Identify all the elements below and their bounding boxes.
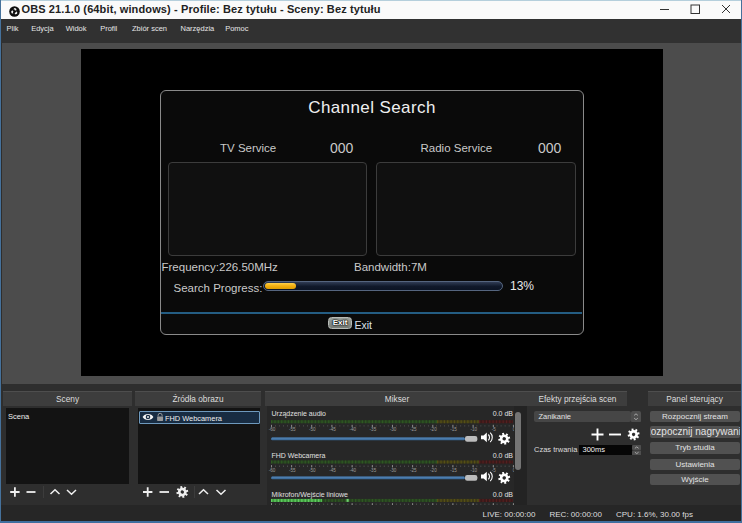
svg-text:-50: -50 xyxy=(309,468,316,473)
svg-text:-10: -10 xyxy=(470,468,477,473)
svg-text:-45: -45 xyxy=(329,428,336,433)
svg-text:-5: -5 xyxy=(492,468,497,473)
svg-text:-15: -15 xyxy=(450,428,457,433)
svg-text:FHD Webcamera: FHD Webcamera xyxy=(272,452,326,459)
svg-text:0.0 dB: 0.0 dB xyxy=(493,452,514,459)
svg-text:-20: -20 xyxy=(430,428,437,433)
svg-text:-30: -30 xyxy=(390,428,397,433)
svg-text:-40: -40 xyxy=(349,428,356,433)
svg-text:-45: -45 xyxy=(329,468,336,473)
svg-text:-20: -20 xyxy=(430,468,437,473)
svg-text:-60: -60 xyxy=(269,468,276,473)
svg-text:-35: -35 xyxy=(370,468,377,473)
svg-text:-55: -55 xyxy=(289,468,296,473)
svg-text:0.0 dB: 0.0 dB xyxy=(493,410,514,417)
svg-text:-40: -40 xyxy=(349,468,356,473)
svg-text:Mikrofon/Wejście liniowe: Mikrofon/Wejście liniowe xyxy=(272,491,349,499)
svg-text:-30: -30 xyxy=(390,468,397,473)
svg-text:-55: -55 xyxy=(289,428,296,433)
svg-text:-10: -10 xyxy=(470,428,477,433)
svg-text:0.0 dB: 0.0 dB xyxy=(493,491,514,498)
svg-text:-50: -50 xyxy=(309,428,316,433)
svg-text:Urządzenie audio: Urządzenie audio xyxy=(272,410,327,418)
svg-text:-15: -15 xyxy=(450,468,457,473)
svg-text:-25: -25 xyxy=(410,428,417,433)
svg-text:-60: -60 xyxy=(269,428,276,433)
svg-text:-5: -5 xyxy=(492,428,497,433)
svg-text:-25: -25 xyxy=(410,468,417,473)
svg-text:-35: -35 xyxy=(370,428,377,433)
